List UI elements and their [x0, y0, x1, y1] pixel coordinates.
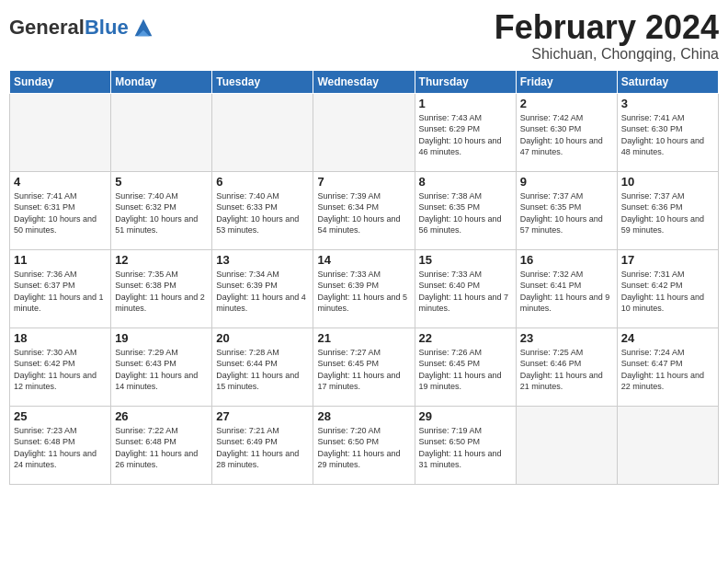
day-info: Sunrise: 7:20 AMSunset: 6:50 PMDaylight:… [317, 425, 410, 471]
day-info: Sunrise: 7:40 AMSunset: 6:33 PMDaylight:… [216, 190, 309, 236]
logo-icon [131, 15, 156, 40]
calendar-day-cell: 24Sunrise: 7:24 AMSunset: 6:47 PMDayligh… [617, 327, 718, 406]
calendar-day-cell [111, 93, 212, 171]
location-subtitle: Shichuan, Chongqing, China [495, 46, 719, 63]
calendar-day-cell: 13Sunrise: 7:34 AMSunset: 6:39 PMDayligh… [212, 249, 313, 327]
day-info: Sunrise: 7:36 AMSunset: 6:37 PMDaylight:… [14, 269, 107, 315]
calendar-day-cell [617, 406, 718, 484]
day-number: 19 [115, 331, 208, 345]
day-info: Sunrise: 7:35 AMSunset: 6:38 PMDaylight:… [115, 269, 208, 315]
weekday-header: Saturday [617, 70, 718, 93]
weekday-header: Friday [516, 70, 617, 93]
calendar-week-row: 1Sunrise: 7:43 AMSunset: 6:29 PMDaylight… [10, 93, 719, 171]
day-number: 16 [520, 253, 613, 267]
day-info: Sunrise: 7:29 AMSunset: 6:43 PMDaylight:… [115, 347, 208, 393]
day-info: Sunrise: 7:24 AMSunset: 6:47 PMDaylight:… [621, 347, 714, 393]
calendar-day-cell: 7Sunrise: 7:39 AMSunset: 6:34 PMDaylight… [313, 171, 415, 249]
calendar-day-cell: 8Sunrise: 7:38 AMSunset: 6:35 PMDaylight… [415, 171, 516, 249]
calendar-day-cell: 15Sunrise: 7:33 AMSunset: 6:40 PMDayligh… [415, 249, 516, 327]
calendar-header-row: SundayMondayTuesdayWednesdayThursdayFrid… [10, 70, 719, 93]
calendar-week-row: 11Sunrise: 7:36 AMSunset: 6:37 PMDayligh… [10, 249, 719, 327]
calendar-day-cell: 3Sunrise: 7:41 AMSunset: 6:30 PMDaylight… [617, 93, 718, 171]
day-number: 24 [621, 331, 714, 345]
calendar-day-cell: 11Sunrise: 7:36 AMSunset: 6:37 PMDayligh… [10, 249, 111, 327]
day-number: 21 [317, 331, 410, 345]
day-number: 26 [115, 409, 208, 423]
day-number: 23 [520, 331, 613, 345]
day-number: 14 [317, 253, 410, 267]
weekday-header: Wednesday [313, 70, 415, 93]
calendar-table: SundayMondayTuesdayWednesdayThursdayFrid… [9, 70, 719, 485]
day-number: 25 [14, 409, 107, 423]
day-info: Sunrise: 7:41 AMSunset: 6:31 PMDaylight:… [14, 190, 107, 236]
calendar-day-cell: 22Sunrise: 7:26 AMSunset: 6:45 PMDayligh… [415, 327, 516, 406]
calendar-day-cell: 18Sunrise: 7:30 AMSunset: 6:42 PMDayligh… [10, 327, 111, 406]
calendar-day-cell: 21Sunrise: 7:27 AMSunset: 6:45 PMDayligh… [313, 327, 415, 406]
calendar-day-cell: 4Sunrise: 7:41 AMSunset: 6:31 PMDaylight… [10, 171, 111, 249]
day-info: Sunrise: 7:41 AMSunset: 6:30 PMDaylight:… [621, 112, 714, 158]
calendar-day-cell: 28Sunrise: 7:20 AMSunset: 6:50 PMDayligh… [313, 406, 415, 484]
day-number: 7 [317, 175, 410, 189]
calendar-day-cell: 2Sunrise: 7:42 AMSunset: 6:30 PMDaylight… [516, 93, 617, 171]
day-info: Sunrise: 7:33 AMSunset: 6:39 PMDaylight:… [317, 269, 410, 315]
day-info: Sunrise: 7:22 AMSunset: 6:48 PMDaylight:… [115, 425, 208, 471]
day-info: Sunrise: 7:43 AMSunset: 6:29 PMDaylight:… [419, 112, 512, 158]
day-number: 17 [621, 253, 714, 267]
day-number: 27 [216, 409, 309, 423]
day-info: Sunrise: 7:31 AMSunset: 6:42 PMDaylight:… [621, 269, 714, 315]
weekday-header: Tuesday [212, 70, 313, 93]
day-info: Sunrise: 7:38 AMSunset: 6:35 PMDaylight:… [419, 190, 512, 236]
weekday-header: Thursday [415, 70, 516, 93]
day-info: Sunrise: 7:30 AMSunset: 6:42 PMDaylight:… [14, 347, 107, 393]
calendar-day-cell [516, 406, 617, 484]
day-info: Sunrise: 7:32 AMSunset: 6:41 PMDaylight:… [520, 269, 613, 315]
calendar-day-cell: 14Sunrise: 7:33 AMSunset: 6:39 PMDayligh… [313, 249, 415, 327]
day-info: Sunrise: 7:27 AMSunset: 6:45 PMDaylight:… [317, 347, 410, 393]
month-title: February 2024 [495, 9, 719, 46]
calendar-day-cell: 20Sunrise: 7:28 AMSunset: 6:44 PMDayligh… [212, 327, 313, 406]
day-number: 3 [621, 97, 714, 110]
day-number: 4 [14, 175, 107, 189]
day-number: 6 [216, 175, 309, 189]
title-block: February 2024 Shichuan, Chongqing, China [495, 9, 719, 63]
logo-general-text: General [9, 16, 85, 39]
calendar-day-cell: 16Sunrise: 7:32 AMSunset: 6:41 PMDayligh… [516, 249, 617, 327]
calendar-week-row: 4Sunrise: 7:41 AMSunset: 6:31 PMDaylight… [10, 171, 719, 249]
day-number: 11 [14, 253, 107, 267]
calendar-day-cell: 23Sunrise: 7:25 AMSunset: 6:46 PMDayligh… [516, 327, 617, 406]
day-number: 5 [115, 175, 208, 189]
calendar-week-row: 18Sunrise: 7:30 AMSunset: 6:42 PMDayligh… [10, 327, 719, 406]
calendar-day-cell: 29Sunrise: 7:19 AMSunset: 6:50 PMDayligh… [415, 406, 516, 484]
day-number: 29 [419, 409, 512, 423]
calendar-day-cell [10, 93, 111, 171]
calendar-day-cell: 27Sunrise: 7:21 AMSunset: 6:49 PMDayligh… [212, 406, 313, 484]
calendar-day-cell: 12Sunrise: 7:35 AMSunset: 6:38 PMDayligh… [111, 249, 212, 327]
calendar-week-row: 25Sunrise: 7:23 AMSunset: 6:48 PMDayligh… [10, 406, 719, 484]
calendar-day-cell: 5Sunrise: 7:40 AMSunset: 6:32 PMDaylight… [111, 171, 212, 249]
day-number: 20 [216, 331, 309, 345]
day-info: Sunrise: 7:40 AMSunset: 6:32 PMDaylight:… [115, 190, 208, 236]
day-number: 12 [115, 253, 208, 267]
day-number: 13 [216, 253, 309, 267]
day-info: Sunrise: 7:37 AMSunset: 6:36 PMDaylight:… [621, 190, 714, 236]
day-info: Sunrise: 7:19 AMSunset: 6:50 PMDaylight:… [419, 425, 512, 471]
day-number: 22 [419, 331, 512, 345]
day-info: Sunrise: 7:23 AMSunset: 6:48 PMDaylight:… [14, 425, 107, 471]
calendar-day-cell: 25Sunrise: 7:23 AMSunset: 6:48 PMDayligh… [10, 406, 111, 484]
day-number: 2 [520, 97, 613, 110]
calendar-day-cell [313, 93, 415, 171]
day-info: Sunrise: 7:42 AMSunset: 6:30 PMDaylight:… [520, 112, 613, 158]
calendar-day-cell: 26Sunrise: 7:22 AMSunset: 6:48 PMDayligh… [111, 406, 212, 484]
weekday-header: Monday [111, 70, 212, 93]
day-info: Sunrise: 7:26 AMSunset: 6:45 PMDaylight:… [419, 347, 512, 393]
day-number: 18 [14, 331, 107, 345]
day-number: 28 [317, 409, 410, 423]
day-number: 1 [419, 97, 512, 110]
logo-blue-text: Blue [85, 16, 129, 39]
day-number: 8 [419, 175, 512, 189]
calendar-day-cell: 6Sunrise: 7:40 AMSunset: 6:33 PMDaylight… [212, 171, 313, 249]
logo: GeneralBlue [9, 15, 156, 40]
day-number: 15 [419, 253, 512, 267]
day-info: Sunrise: 7:21 AMSunset: 6:49 PMDaylight:… [216, 425, 309, 471]
calendar-day-cell: 1Sunrise: 7:43 AMSunset: 6:29 PMDaylight… [415, 93, 516, 171]
